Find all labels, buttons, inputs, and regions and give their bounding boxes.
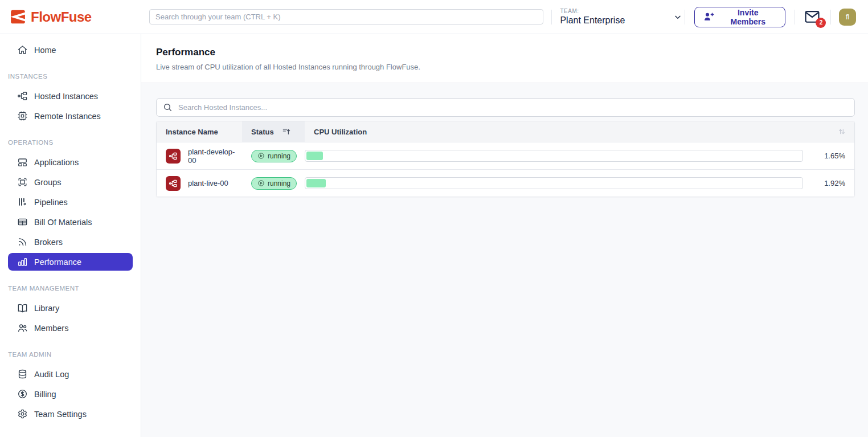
sidebar-item-label: Performance bbox=[34, 258, 81, 267]
divider bbox=[551, 10, 552, 24]
status-badge: running bbox=[251, 150, 297, 162]
sidebar-item-label: Bill Of Materials bbox=[34, 218, 92, 227]
sidebar-item-billing[interactable]: Billing bbox=[0, 384, 141, 404]
divider bbox=[795, 10, 795, 24]
sidebar-item-label: Pipelines bbox=[34, 198, 68, 207]
invite-members-button[interactable]: Invite Members bbox=[694, 7, 785, 27]
table-header-row: Instance Name Status CPU Utilization bbox=[157, 121, 854, 142]
divider bbox=[830, 10, 831, 24]
sidebar: Home INSTANCES Hosted Instances Rem bbox=[0, 34, 141, 437]
instance-icon bbox=[166, 176, 181, 191]
instance-name: plant-live-00 bbox=[188, 179, 228, 187]
pipelines-icon bbox=[17, 197, 28, 207]
cpu-utilization-value: 1.92% bbox=[809, 179, 854, 187]
groups-icon bbox=[17, 177, 28, 187]
library-icon bbox=[17, 303, 28, 313]
performance-icon bbox=[17, 256, 28, 267]
sidebar-item-label: Home bbox=[34, 46, 56, 55]
sidebar-item-groups[interactable]: Groups bbox=[0, 172, 141, 192]
sort-bars-arrow-up-icon bbox=[282, 127, 291, 136]
sidebar-section-team-management: TEAM MANAGEMENT bbox=[0, 272, 141, 298]
sidebar-item-remote-instances[interactable]: Remote Instances bbox=[0, 106, 141, 126]
divider bbox=[685, 10, 685, 24]
play-circle-icon bbox=[257, 179, 265, 187]
page-subtitle: Live stream of CPU utilization of all Ho… bbox=[156, 63, 853, 71]
instance-search-input[interactable] bbox=[156, 98, 855, 117]
user-plus-icon bbox=[703, 11, 714, 22]
sidebar-item-performance[interactable]: Performance bbox=[8, 253, 133, 271]
page-header: Performance Live stream of CPU utilizati… bbox=[141, 34, 868, 83]
table-row[interactable]: plant-live-00 running bbox=[157, 169, 854, 197]
sidebar-item-home[interactable]: Home bbox=[0, 40, 141, 60]
play-circle-icon bbox=[257, 152, 265, 160]
column-header-status-label: Status bbox=[251, 128, 274, 136]
column-header-status[interactable]: Status bbox=[242, 121, 305, 142]
sidebar-item-label: Library bbox=[34, 304, 59, 313]
hosted-instances-icon bbox=[17, 91, 28, 101]
status-badge: running bbox=[251, 177, 297, 190]
cpu-utilization-bar bbox=[305, 150, 803, 162]
audit-log-icon bbox=[17, 369, 28, 379]
flowfuse-logo-icon bbox=[10, 9, 26, 24]
sidebar-section-operations: OPERATIONS bbox=[0, 126, 141, 152]
sidebar-item-pipelines[interactable]: Pipelines bbox=[0, 192, 141, 212]
sidebar-item-label: Applications bbox=[34, 158, 79, 167]
column-header-cpu-utilization: CPU Utilization bbox=[305, 121, 809, 142]
brokers-icon bbox=[17, 236, 28, 247]
members-icon bbox=[17, 322, 28, 333]
sidebar-item-label: Audit Log bbox=[34, 370, 69, 379]
bill-of-materials-icon bbox=[17, 217, 28, 227]
sidebar-item-team-settings[interactable]: Team Settings bbox=[0, 404, 141, 424]
invite-members-label: Invite Members bbox=[719, 8, 776, 26]
sidebar-item-label: Members bbox=[34, 324, 68, 333]
cpu-utilization-fill bbox=[306, 152, 323, 160]
instances-table: Instance Name Status CPU Utilization bbox=[156, 121, 855, 197]
sidebar-item-hosted-instances[interactable]: Hosted Instances bbox=[0, 86, 141, 106]
team-name: Plant Enterprise bbox=[560, 15, 625, 26]
applications-icon bbox=[17, 157, 28, 168]
sidebar-section-instances: INSTANCES bbox=[0, 60, 141, 86]
search-icon bbox=[163, 103, 173, 112]
top-navbar: FlowFuse TEAM: Plant Enterprise Invite M… bbox=[0, 0, 868, 34]
team-selector[interactable]: TEAM: Plant Enterprise bbox=[560, 8, 685, 26]
sort-arrows-up-down-icon[interactable] bbox=[837, 127, 846, 136]
instance-name: plant-develop-00 bbox=[188, 148, 242, 165]
page-title: Performance bbox=[156, 47, 853, 58]
home-icon bbox=[17, 44, 28, 55]
main-content: Performance Live stream of CPU utilizati… bbox=[141, 34, 868, 437]
team-label: TEAM: bbox=[560, 8, 625, 14]
cpu-utilization-value: 1.65% bbox=[809, 152, 854, 160]
gear-icon bbox=[17, 409, 28, 419]
brand-name: FlowFuse bbox=[31, 9, 92, 25]
status-label: running bbox=[268, 179, 290, 187]
sidebar-item-bill-of-materials[interactable]: Bill Of Materials bbox=[0, 212, 141, 232]
billing-icon bbox=[17, 389, 28, 399]
sidebar-item-audit-log[interactable]: Audit Log bbox=[0, 364, 141, 384]
status-label: running bbox=[268, 152, 290, 160]
sidebar-item-label: Billing bbox=[34, 390, 56, 399]
sidebar-item-label: Groups bbox=[34, 178, 62, 187]
team-search-input[interactable] bbox=[149, 9, 543, 24]
sidebar-item-applications[interactable]: Applications bbox=[0, 152, 141, 172]
notification-badge: 2 bbox=[816, 18, 826, 28]
table-row[interactable]: plant-develop-00 running bbox=[157, 142, 854, 169]
sidebar-item-library[interactable]: Library bbox=[0, 298, 141, 318]
instance-icon bbox=[166, 149, 181, 164]
sidebar-item-label: Remote Instances bbox=[34, 112, 101, 121]
sidebar-item-label: Brokers bbox=[34, 238, 63, 247]
column-header-instance-name: Instance Name bbox=[157, 121, 242, 142]
brand-logo[interactable]: FlowFuse bbox=[0, 9, 141, 25]
sidebar-item-label: Hosted Instances bbox=[34, 92, 98, 101]
sidebar-item-brokers[interactable]: Brokers bbox=[0, 232, 141, 252]
avatar[interactable]: fl bbox=[839, 9, 856, 26]
sidebar-section-team-admin: TEAM ADMIN bbox=[0, 338, 141, 364]
notifications-button[interactable]: 2 bbox=[804, 10, 820, 24]
cpu-utilization-fill bbox=[306, 179, 326, 187]
cpu-utilization-bar bbox=[305, 177, 803, 189]
remote-instances-icon bbox=[17, 111, 28, 121]
chevron-down-icon[interactable] bbox=[673, 13, 682, 22]
sidebar-item-label: Team Settings bbox=[34, 410, 87, 419]
app-window: FlowFuse TEAM: Plant Enterprise Invite M… bbox=[0, 0, 868, 437]
sidebar-item-members[interactable]: Members bbox=[0, 318, 141, 338]
